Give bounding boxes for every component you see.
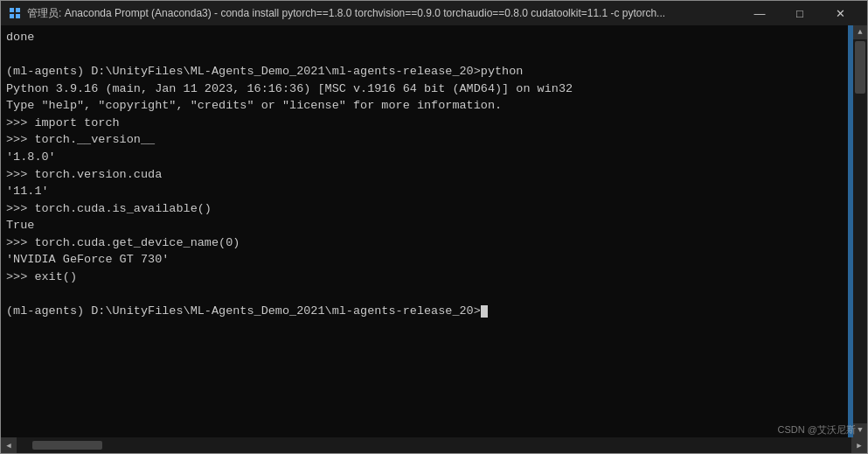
h-scrollbar-thumb[interactable]: [32, 441, 102, 450]
terminal-line: Python 3.9.16 (main, Jan 11 2023, 16:16:…: [6, 82, 573, 95]
terminal-line: done: [6, 31, 34, 44]
scroll-left-button[interactable]: ◀: [1, 437, 17, 453]
terminal-line: True: [6, 219, 34, 232]
anaconda-prompt-window: 管理员: Anaconda Prompt (Anaconda3) - conda…: [0, 0, 868, 454]
minimize-button[interactable]: —: [740, 1, 780, 25]
window-controls: — □ ✕: [740, 1, 860, 25]
terminal-line: >>> torch.cuda.is_available(): [6, 202, 212, 215]
terminal-line: (ml-agents) D:\UnityFiles\ML-Agents_Demo…: [6, 304, 481, 318]
title-bar: 管理员: Anaconda Prompt (Anaconda3) - conda…: [1, 1, 867, 25]
terminal-line: '11.1': [6, 185, 49, 198]
terminal-line: >>> torch.version.cuda: [6, 168, 162, 181]
terminal-line: >>> torch.__version__: [6, 133, 155, 146]
vertical-scrollbar[interactable]: ▲ ▼: [853, 25, 867, 437]
scroll-right-button[interactable]: ▶: [851, 437, 867, 453]
terminal-cursor: [481, 305, 488, 318]
close-button[interactable]: ✕: [820, 1, 860, 25]
svg-rect-3: [16, 14, 20, 18]
scroll-up-button[interactable]: ▲: [853, 25, 867, 39]
svg-rect-1: [16, 8, 20, 12]
terminal-line: >>> torch.cuda.get_device_name(0): [6, 236, 240, 249]
window-title: 管理员: Anaconda Prompt (Anaconda3) - conda…: [27, 6, 733, 21]
terminal-output[interactable]: done (ml-agents) D:\UnityFiles\ML-Agents…: [1, 25, 848, 437]
svg-rect-2: [10, 14, 14, 18]
terminal-line: '1.8.0': [6, 150, 56, 164]
maximize-button[interactable]: □: [780, 1, 820, 25]
terminal-line: (ml-agents) D:\UnityFiles\ML-Agents_Demo…: [6, 65, 523, 78]
terminal-line: 'NVIDIA GeForce GT 730': [6, 253, 169, 266]
terminal-line: >>> exit(): [6, 270, 77, 283]
bottom-bar: ◀ ▶: [1, 437, 867, 453]
svg-rect-0: [10, 8, 14, 12]
terminal-line: Type "help", "copyright", "credits" or "…: [6, 99, 502, 112]
terminal-line: >>> import torch: [6, 116, 120, 129]
scrollbar-thumb[interactable]: [855, 41, 865, 94]
terminal-area: done (ml-agents) D:\UnityFiles\ML-Agents…: [1, 25, 867, 437]
horizontal-scrollbar[interactable]: [32, 439, 836, 451]
window-icon: [8, 6, 22, 20]
scroll-down-button[interactable]: ▼: [853, 423, 867, 437]
